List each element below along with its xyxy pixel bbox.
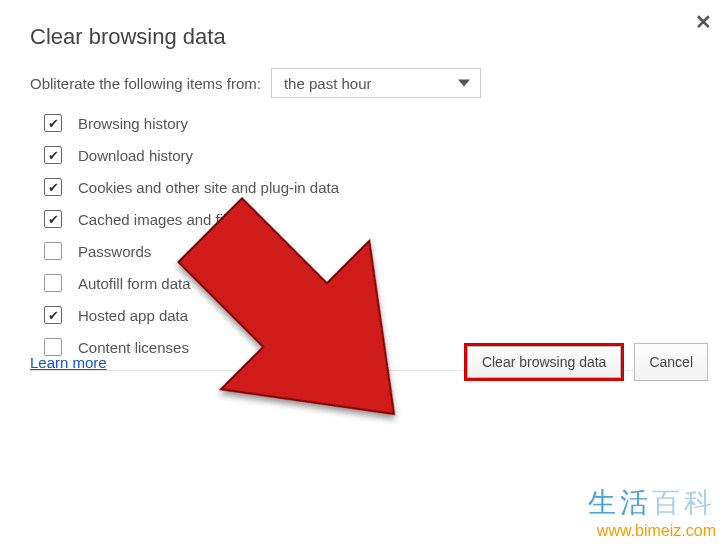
time-range-value: the past hour xyxy=(284,75,372,92)
list-item: Cookies and other site and plug-in data xyxy=(44,178,698,196)
list-item: Passwords xyxy=(44,242,698,260)
dialog-title: Clear browsing data xyxy=(30,24,698,50)
clear-button-highlight: Clear browsing data xyxy=(464,343,625,381)
option-label: Autofill form data xyxy=(78,275,191,292)
close-button[interactable]: ✕ xyxy=(695,10,712,34)
watermark-cn: 生活百科 xyxy=(588,484,716,522)
checkbox-browsing-history[interactable] xyxy=(44,114,62,132)
clear-browsing-data-button[interactable]: Clear browsing data xyxy=(467,346,622,378)
option-label: Passwords xyxy=(78,243,151,260)
list-item: Download history xyxy=(44,146,698,164)
list-item: Hosted app data xyxy=(44,306,698,324)
checkbox-hosted-app[interactable] xyxy=(44,306,62,324)
option-label: Hosted app data xyxy=(78,307,188,324)
checkbox-cached[interactable] xyxy=(44,210,62,228)
learn-more-link[interactable]: Learn more xyxy=(30,354,107,371)
list-item: Autofill form data xyxy=(44,274,698,292)
obliterate-label: Obliterate the following items from: xyxy=(30,75,261,92)
time-range-row: Obliterate the following items from: the… xyxy=(30,68,698,98)
checkbox-autofill[interactable] xyxy=(44,274,62,292)
cancel-button[interactable]: Cancel xyxy=(634,343,708,381)
checkbox-cookies[interactable] xyxy=(44,178,62,196)
list-item: Cached images and files xyxy=(44,210,698,228)
list-item: Browsing history xyxy=(44,114,698,132)
dialog-footer: Learn more Clear browsing data Cancel xyxy=(30,343,708,381)
footer-buttons: Clear browsing data Cancel xyxy=(464,343,708,381)
checkbox-passwords[interactable] xyxy=(44,242,62,260)
option-label: Download history xyxy=(78,147,193,164)
option-label: Cookies and other site and plug-in data xyxy=(78,179,339,196)
checkbox-download-history[interactable] xyxy=(44,146,62,164)
watermark: 生活百科 www.bimeiz.com xyxy=(588,484,716,540)
chevron-down-icon xyxy=(458,80,470,87)
watermark-url: www.bimeiz.com xyxy=(588,522,716,540)
option-label: Browsing history xyxy=(78,115,188,132)
time-range-select[interactable]: the past hour xyxy=(271,68,481,98)
options-list: Browsing history Download history Cookie… xyxy=(44,114,698,356)
option-label: Cached images and files xyxy=(78,211,242,228)
clear-browsing-data-dialog: ✕ Clear browsing data Obliterate the fol… xyxy=(0,0,728,395)
